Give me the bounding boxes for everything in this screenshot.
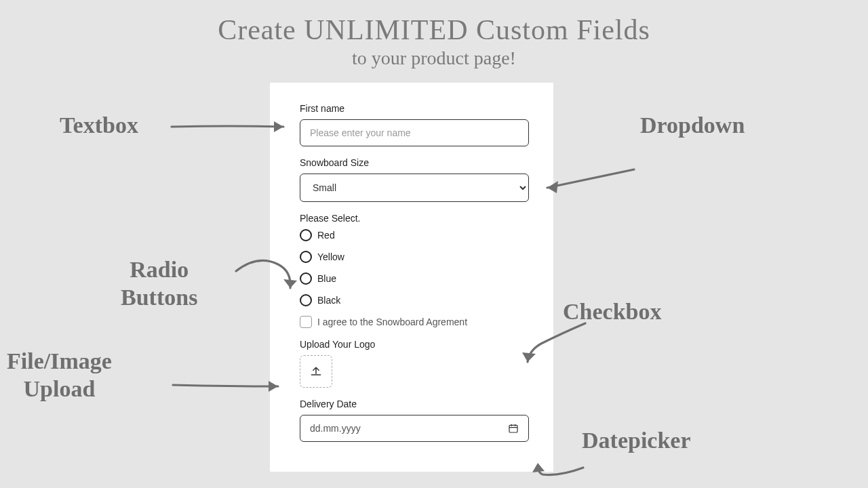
radio-group-label: Please Select. [300, 213, 529, 224]
svg-marker-1 [274, 121, 283, 132]
upload-label: Upload Your Logo [300, 339, 529, 350]
radio-label-text: Red [317, 230, 335, 241]
radio-option-black[interactable]: Black [300, 294, 529, 306]
page-subtitle: to your product page! [0, 47, 868, 69]
heading-block: Create UNLIMITED Custom Fields to your p… [0, 0, 868, 69]
date-placeholder-text: dd.mm.yyyy [310, 423, 361, 434]
arrow-textbox-icon [168, 106, 297, 147]
svg-rect-0 [509, 425, 517, 432]
svg-marker-2 [547, 181, 558, 193]
arrow-datepicker-icon [532, 444, 593, 485]
form-card: First name Snowboard Size Small Please S… [270, 83, 553, 472]
agreement-checkbox[interactable]: I agree to the Snowboard Agrement [300, 316, 529, 328]
date-input[interactable]: dd.mm.yyyy [300, 415, 529, 442]
arrow-dropdown-icon [539, 166, 641, 207]
callout-upload-line2: Upload [24, 376, 96, 401]
callout-datepicker: Datepicker [582, 427, 691, 455]
calendar-icon [508, 423, 519, 434]
svg-marker-6 [532, 463, 545, 472]
arrow-checkbox-icon [521, 320, 595, 374]
radio-label-text: Blue [317, 273, 336, 284]
callout-dropdown: Dropdown [640, 112, 745, 140]
svg-marker-5 [269, 381, 278, 392]
svg-marker-4 [522, 352, 536, 362]
callout-radio: Radio Buttons [121, 256, 197, 312]
callout-radio-line1: Radio [130, 257, 189, 282]
callout-upload: File/Image Upload [7, 348, 112, 403]
svg-marker-3 [283, 279, 297, 288]
arrow-upload-icon [170, 366, 292, 407]
size-label: Snowboard Size [300, 157, 529, 168]
checkbox-label-text: I agree to the Snowboard Agrement [317, 317, 467, 327]
radio-option-red[interactable]: Red [300, 229, 529, 241]
callout-upload-line1: File/Image [7, 348, 112, 373]
radio-option-blue[interactable]: Blue [300, 272, 529, 285]
radio-option-yellow[interactable]: Yellow [300, 251, 529, 263]
checkbox-box-icon [300, 316, 312, 328]
date-label: Delivery Date [300, 399, 529, 409]
radio-label-text: Black [317, 295, 340, 306]
upload-icon [309, 365, 323, 378]
radio-circle-icon [300, 229, 312, 241]
upload-button[interactable] [300, 355, 332, 388]
callout-radio-line2: Buttons [121, 285, 197, 310]
arrow-radio-icon [231, 251, 305, 305]
radio-group: Red Yellow Blue Black [300, 229, 529, 306]
callout-textbox: Textbox [60, 112, 138, 140]
radio-label-text: Yellow [317, 251, 344, 262]
page-title: Create UNLIMITED Custom Fields [0, 14, 868, 46]
size-select[interactable]: Small [300, 174, 529, 202]
first-name-label: First name [300, 103, 529, 114]
first-name-input[interactable] [300, 119, 529, 146]
